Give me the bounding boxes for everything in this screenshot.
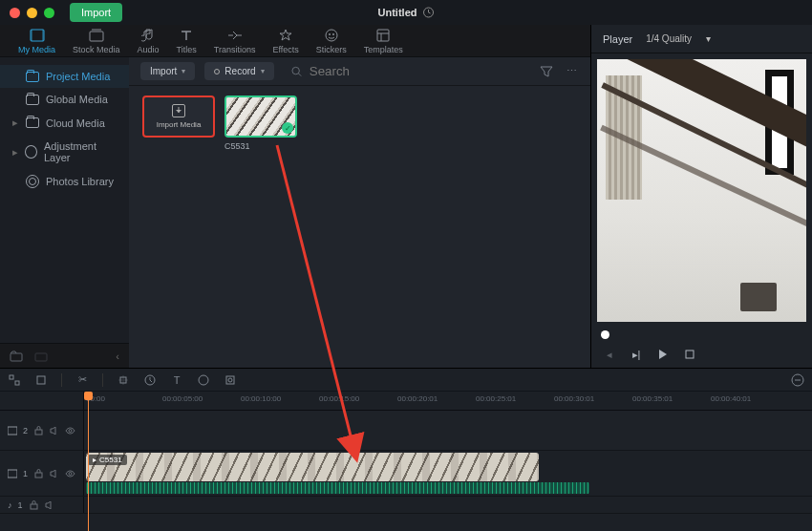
tab-label: Templates [364,45,403,54]
tab-label: Effects [272,45,298,54]
check-icon: ✓ [282,122,293,134]
adjustment-icon[interactable] [224,373,237,387]
media-clip-tile[interactable]: ✓ C5531 [224,96,297,151]
svg-rect-1 [31,30,44,41]
next-frame-button[interactable]: ▸| [630,348,643,361]
toolbar-record-button[interactable]: Record▾ [204,62,273,80]
mute-icon[interactable] [45,499,55,510]
folder-icon [26,72,39,82]
video-track-1[interactable]: 1 ▸ C5531 [0,451,812,497]
scrub-handle[interactable] [601,330,609,339]
scissors-icon[interactable]: ✂ [75,373,89,387]
svg-rect-12 [686,350,694,358]
svg-rect-13 [10,375,13,379]
svg-rect-3 [42,30,44,41]
photos-icon [26,175,39,188]
close-window[interactable] [10,8,20,18]
mute-icon[interactable] [50,468,59,478]
filter-icon[interactable] [539,64,554,79]
search-field[interactable] [284,63,529,79]
lock-icon[interactable] [33,425,43,435]
text-icon[interactable]: T [170,373,183,387]
lock-icon[interactable] [29,499,39,510]
search-icon [291,66,302,77]
select-tool-icon[interactable] [8,373,21,387]
tab-stickers[interactable]: Stickers [308,25,355,56]
crop-icon[interactable] [117,373,130,387]
tab-label: Stickers [316,45,347,54]
track-header: 1 [0,451,84,496]
sidebar-label: Project Media [46,71,110,82]
import-media-tile[interactable]: Import Media [142,96,215,151]
gear-icon [25,145,37,159]
record-dot-icon [214,69,220,74]
hide-icon[interactable] [65,425,75,435]
tab-templates[interactable]: Templates [355,25,412,56]
play-button[interactable] [656,348,670,361]
chevron-down-icon: ▾ [706,33,711,44]
track-header: ♪ 1 [0,497,84,513]
svg-point-27 [69,472,72,475]
hide-icon[interactable] [65,468,75,478]
tab-label: My Media [18,45,55,54]
lock-icon[interactable] [33,468,43,478]
svg-point-11 [292,67,299,74]
chevron-down-icon: ▾ [261,67,265,75]
timeline-audio-waveform[interactable] [86,482,589,494]
sidebar-label: Photos Library [46,176,114,187]
media-toolbar: Import▾ Record▾ ⋯ [129,57,590,86]
svg-rect-4 [90,32,103,41]
prev-frame-button[interactable]: ◂ [603,348,616,361]
timeline-clip[interactable]: ▸ C5531 [86,453,539,481]
import-button[interactable]: Import [70,3,122,22]
svg-rect-22 [8,427,17,435]
sidebar-item-cloud-media[interactable]: ▸Cloud Media [0,111,129,135]
new-folder-icon[interactable] [10,350,23,362]
speed-icon[interactable] [143,373,157,387]
timeline-tools: ✂ T [0,369,812,392]
tab-stock-media[interactable]: Stock Media [64,25,129,56]
toolbar-import-button[interactable]: Import▾ [140,62,195,80]
tab-effects[interactable]: Effects [264,25,307,56]
timeline-settings-icon[interactable] [791,373,804,387]
history-icon[interactable] [422,7,434,18]
svg-rect-10 [35,353,47,361]
maximize-window[interactable] [44,8,54,18]
category-tabs: My Media Stock Media Audio Titles Transi… [0,25,590,57]
svg-point-5 [326,30,337,41]
btn-label: Record [224,66,255,76]
svg-point-24 [69,429,72,432]
group-tool-icon[interactable] [34,373,48,387]
timeline-panel: ✂ T 00:00 00:00:05:00 00:00:10:00 00:00:… [0,368,812,531]
tab-audio[interactable]: Audio [129,25,168,56]
tab-label: Transitions [214,45,256,54]
more-icon[interactable]: ⋯ [564,64,579,79]
new-bin-icon[interactable] [34,350,48,362]
search-input[interactable] [308,63,529,79]
stop-button[interactable] [683,348,696,361]
svg-point-20 [228,378,232,382]
tab-transitions[interactable]: Transitions [205,25,265,56]
effects-icon [278,28,293,43]
tab-my-media[interactable]: My Media [10,25,64,56]
sidebar-item-project-media[interactable]: Project Media [0,65,129,88]
tab-titles[interactable]: Titles [168,25,205,56]
sidebar-item-adjustment-layer[interactable]: ▸Adjustment Layer [0,135,129,169]
video-track-2[interactable]: 2 [0,411,812,451]
player-scrub-bar[interactable] [591,328,812,341]
track-header: 2 [0,411,84,450]
timeline-ruler[interactable]: 00:00 00:00:05:00 00:00:10:00 00:00:15:0… [0,392,812,411]
svg-point-7 [332,33,334,35]
video-preview[interactable] [597,59,806,322]
collapse-sidebar-icon[interactable]: ‹ [116,350,119,362]
mute-icon[interactable] [50,425,59,435]
quality-selector[interactable]: 1/4 Quality ▾ [646,33,711,44]
color-icon[interactable] [197,373,210,387]
timeline-tracks: 2 1 ▸ C5531 ♪ 1 [0,411,812,531]
sidebar-item-photos-library[interactable]: Photos Library [0,169,129,194]
playhead[interactable] [88,392,89,531]
audio-track-1[interactable]: ♪ 1 [0,497,812,514]
minimize-window[interactable] [27,8,37,18]
sidebar-label: Cloud Media [46,117,105,129]
sidebar-item-global-media[interactable]: Global Media [0,88,129,111]
